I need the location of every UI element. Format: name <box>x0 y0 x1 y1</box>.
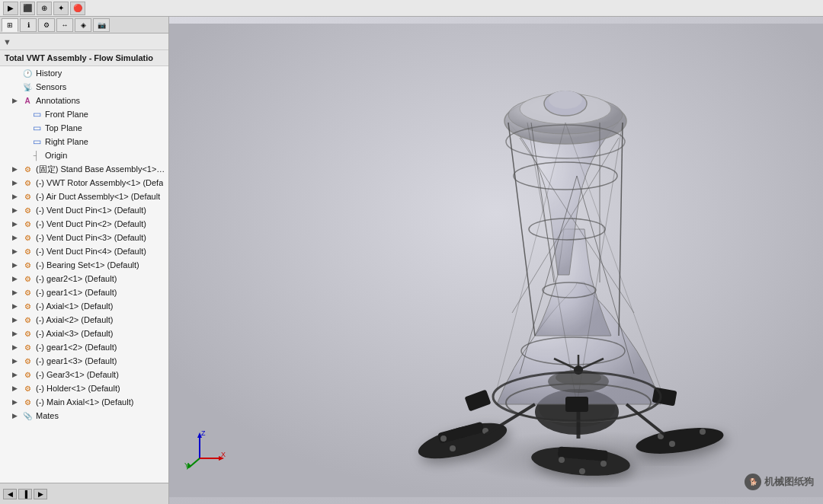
expander-axial3: ▶ <box>12 330 21 337</box>
tree-item-holder[interactable]: ▶⚙(-) Holder<1> (Default) <box>0 381 168 395</box>
expander-vwt-rotor: ▶ <box>12 179 21 187</box>
tab-config-manager[interactable]: ⚙ <box>38 18 55 32</box>
tree-item-vent-pin4[interactable]: ▶⚙(-) Vent Duct Pin<4> (Default) <box>0 244 168 258</box>
label-axial1: (-) Axial<1> (Default) <box>36 301 113 311</box>
label-top-plane: Top Plane <box>45 123 82 132</box>
tab-dim-expert[interactable]: ↔ <box>56 18 73 32</box>
label-mates: Mates <box>36 411 59 420</box>
svg-point-10 <box>600 461 607 467</box>
tree-item-mates[interactable]: ▶📎Mates <box>0 409 168 423</box>
tree-item-vent-pin1[interactable]: ▶⚙(-) Vent Duct Pin<1> (Default) <box>0 203 168 217</box>
label-vent-pin2: (-) Vent Duct Pin<2> (Default) <box>36 219 146 228</box>
icon-vent-pin2: ⚙ <box>21 219 34 229</box>
expander-vent-pin3: ▶ <box>12 234 21 241</box>
filter-icon: ▼ <box>3 37 11 46</box>
icon-gear3: ⚙ <box>21 369 34 380</box>
tree-item-gear3[interactable]: ▶⚙(-) Gear3<1> (Default) <box>0 368 168 381</box>
fm-scroll-controls: ◀ ▐ ▶ <box>3 489 47 499</box>
tab-property-manager[interactable]: ℹ <box>20 18 37 32</box>
toolbar-btn-2[interactable]: ⬛ <box>20 2 35 15</box>
icon-stand-base: ⚙ <box>21 164 34 174</box>
icon-gear1a: ⚙ <box>21 287 34 298</box>
watermark-icon: 🐕 <box>745 474 761 490</box>
expander-vent-pin1: ▶ <box>12 206 21 214</box>
tree-item-vwt-rotor[interactable]: ▶⚙(-) VWT Rotor Assembly<1> (Defa <box>0 176 168 190</box>
icon-bearing-set: ⚙ <box>21 260 34 270</box>
expander-main-axial: ▶ <box>12 398 21 406</box>
tree-item-sensors[interactable]: 📡Sensors <box>0 80 168 94</box>
svg-point-15 <box>700 429 706 435</box>
tree-item-history[interactable]: 🕐History <box>0 66 168 80</box>
icon-top-plane: ▭ <box>30 123 43 133</box>
expander-stand-base: ▶ <box>12 165 21 173</box>
tree-item-main-axial[interactable]: ▶⚙(-) Main Axial<1> (Default) <box>0 395 168 409</box>
icon-vent-pin1: ⚙ <box>21 205 34 215</box>
expander-gear2: ▶ <box>12 275 21 282</box>
tab-feature-manager[interactable]: ⊞ <box>2 18 18 32</box>
tree-item-bearing-set[interactable]: ▶⚙(-) Bearing Set<1> (Default) <box>0 258 168 272</box>
tree-item-origin[interactable]: ┤Origin <box>0 148 168 162</box>
icon-gear1b: ⚙ <box>21 342 34 352</box>
icon-vent-pin4: ⚙ <box>21 246 34 257</box>
tree-item-gear2[interactable]: ▶⚙(-) gear2<1> (Default) <box>0 272 168 285</box>
tree-item-right-plane[interactable]: ▭Right Plane <box>0 135 168 148</box>
toolbar-btn-4[interactable]: ✦ <box>53 2 69 15</box>
tree-item-vent-pin3[interactable]: ▶⚙(-) Vent Duct Pin<3> (Default) <box>0 231 168 244</box>
tree-item-gear1b[interactable]: ▶⚙(-) gear1<2> (Default) <box>0 340 168 354</box>
icon-holder: ⚙ <box>21 383 34 394</box>
scroll-right-btn[interactable]: ▶ <box>34 489 47 499</box>
label-stand-base: (固定) Stand Base Assembly<1> (D <box>36 164 165 175</box>
tree-item-axial3[interactable]: ▶⚙(-) Axial<3> (Default) <box>0 327 168 340</box>
svg-point-11 <box>579 468 585 474</box>
label-gear3: (-) Gear3<1> (Default) <box>36 370 119 379</box>
svg-point-23 <box>549 91 582 109</box>
label-vent-pin3: (-) Vent Duct Pin<3> (Default) <box>36 233 146 242</box>
tree-item-top-plane[interactable]: ▭Top Plane <box>0 121 168 135</box>
scroll-left-btn[interactable]: ◀ <box>3 489 17 499</box>
tree-item-gear1a[interactable]: ▶⚙(-) gear1<1> (Default) <box>0 285 168 299</box>
svg-rect-52 <box>565 397 588 412</box>
label-gear1c: (-) gear1<3> (Default) <box>36 356 117 365</box>
icon-sensors: 📡 <box>21 81 34 92</box>
icon-vwt-rotor: ⚙ <box>21 177 34 188</box>
icon-history: 🕐 <box>21 68 34 78</box>
toolbar-btn-5[interactable]: 🔴 <box>70 2 85 15</box>
tree-item-gear1c[interactable]: ▶⚙(-) gear1<3> (Default) <box>0 354 168 368</box>
icon-gear1c: ⚙ <box>21 356 34 366</box>
icon-origin: ┤ <box>30 150 43 161</box>
tree-item-stand-base[interactable]: ▶⚙(固定) Stand Base Assembly<1> (D <box>0 162 168 176</box>
svg-text:Y: Y <box>184 461 189 469</box>
expander-gear1c: ▶ <box>12 357 21 365</box>
icon-annotations: A <box>21 95 34 106</box>
svg-point-9 <box>559 457 565 463</box>
expander-vent-pin4: ▶ <box>12 247 21 255</box>
tree-item-annotations[interactable]: ▶AAnnotations <box>0 94 168 107</box>
expander-axial1: ▶ <box>12 302 21 310</box>
icon-mates: 📎 <box>21 410 34 421</box>
tree-item-front-plane[interactable]: ▭Front Plane <box>0 107 168 121</box>
axis-indicator: Z X Y <box>184 428 223 466</box>
3d-viewport[interactable]: Z X Y 🐕 机械图纸狗 <box>169 17 823 504</box>
fm-bottom-bar: ◀ ▐ ▶ <box>0 483 168 504</box>
tab-cam[interactable]: 📷 <box>93 18 110 32</box>
tree-item-air-duct[interactable]: ▶⚙(-) Air Duct Assembly<1> (Default <box>0 190 168 203</box>
tree-item-axial2[interactable]: ▶⚙(-) Axial<2> (Default) <box>0 313 168 327</box>
tree-item-axial1[interactable]: ▶⚙(-) Axial<1> (Default) <box>0 299 168 313</box>
fm-tabs: ⊞ ℹ ⚙ ↔ ◈ 📷 <box>0 17 168 33</box>
feature-manager-title: Total VWT Assembly - Flow Simulatio <box>0 50 168 66</box>
scroll-indicator: ▐ <box>18 489 32 499</box>
label-main-axial: (-) Main Axial<1> (Default) <box>36 397 133 407</box>
svg-text:X: X <box>221 451 226 458</box>
label-holder: (-) Holder<1> (Default) <box>36 384 120 393</box>
icon-axial3: ⚙ <box>21 328 34 339</box>
svg-point-16 <box>669 441 675 447</box>
expander-vent-pin2: ▶ <box>12 220 21 228</box>
label-vwt-rotor: (-) VWT Rotor Assembly<1> (Defa <box>36 178 163 187</box>
tree-item-vent-pin2[interactable]: ▶⚙(-) Vent Duct Pin<2> (Default) <box>0 217 168 231</box>
toolbar-btn-1[interactable]: ▶ <box>3 2 18 15</box>
watermark: 🐕 机械图纸狗 <box>745 474 814 490</box>
label-axial3: (-) Axial<3> (Default) <box>36 329 113 338</box>
tab-render[interactable]: ◈ <box>75 18 91 32</box>
feature-tree: 🕐History📡Sensors▶AAnnotations▭Front Plan… <box>0 66 168 483</box>
toolbar-btn-3[interactable]: ⊕ <box>37 2 52 15</box>
